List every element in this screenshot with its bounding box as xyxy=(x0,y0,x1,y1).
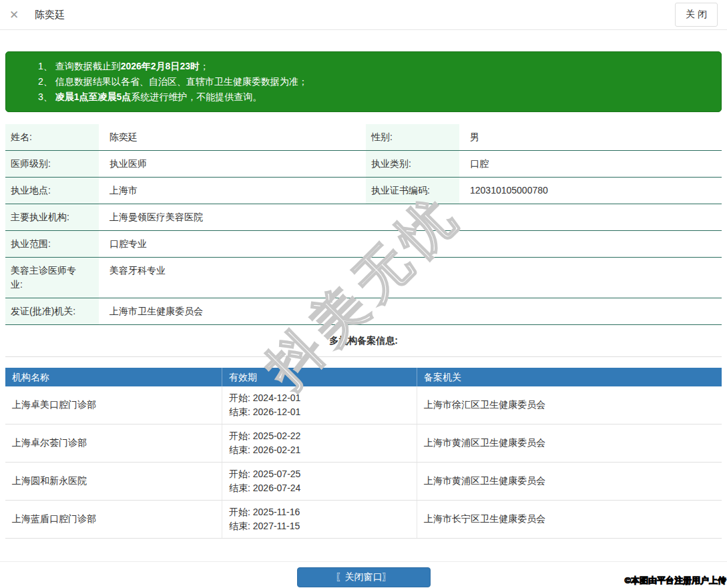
field-label-certificate-number: 执业证书编码: xyxy=(366,178,459,204)
notice-text: ； xyxy=(200,61,209,71)
table-row: 上海圆和新永医院 开始: 2025-07-25 结束: 2026-07-24 上… xyxy=(5,463,722,501)
notice-text: 3、 xyxy=(38,91,55,102)
record-validity-cell: 开始: 2024-12-01 结束: 2026-12-01 xyxy=(222,386,417,424)
notice-line: 1、 查询数据截止到2026年2月8日23时； xyxy=(38,59,710,74)
notice-box: 1、 查询数据截止到2026年2月8日23时； 2、 信息数据结果以各省、自治区… xyxy=(5,51,722,112)
field-value-main-institution: 上海曼领医疗美容医院 xyxy=(99,204,722,230)
validity-end: 结束: 2026-12-01 xyxy=(229,405,410,419)
column-header-validity: 有效期 xyxy=(222,368,417,386)
close-icon[interactable]: ✕ xyxy=(9,9,19,21)
validity-end: 结束: 2027-11-15 xyxy=(229,519,410,533)
main-content: 1、 查询数据截止到2026年2月8日23时； 2、 信息数据结果以各省、自治区… xyxy=(5,51,722,539)
field-value-cosmetic-specialty: 美容牙科专业 xyxy=(99,258,722,298)
validity-end: 结束: 2026-02-21 xyxy=(229,443,410,457)
table-row: 医师级别: 执业医师 执业类别: 口腔 xyxy=(5,151,722,178)
record-validity-cell: 开始: 2025-02-22 结束: 2026-02-21 xyxy=(222,424,417,462)
table-row: 美容主诊医师专业: 美容牙科专业 xyxy=(5,258,722,298)
field-value-certificate-number: 120310105000780 xyxy=(459,178,722,204)
record-authority-cell: 上海市徐汇区卫生健康委员会 xyxy=(417,386,722,424)
field-label-issuing-authority: 发证(批准)机关: xyxy=(5,298,99,324)
notice-line: 3、 凌晨1点至凌晨5点系统进行维护，不能提供查询。 xyxy=(38,89,710,105)
footer: 〖关闭窗口〗 xyxy=(0,561,727,587)
notice-line: 2、 信息数据结果以各省、自治区、直辖市卫生健康委数据为准； xyxy=(38,74,710,89)
table-row: 执业范围: 口腔专业 xyxy=(5,231,722,258)
record-authority-cell: 上海市黄浦区卫生健康委员会 xyxy=(417,463,722,500)
validity-start: 开始: 2025-02-22 xyxy=(229,429,410,443)
field-label-cosmetic-specialty: 美容主诊医师专业: xyxy=(5,258,99,298)
table-row: 执业地点: 上海市 执业证书编码: 120310105000780 xyxy=(5,178,722,204)
field-label-name: 姓名: xyxy=(5,124,99,150)
field-value-doctor-level: 执业医师 xyxy=(99,151,366,177)
validity-start: 开始: 2024-12-01 xyxy=(229,391,410,405)
field-value-issuing-authority: 上海市卫生健康委员会 xyxy=(99,298,722,324)
close-button[interactable]: 关 闭 xyxy=(675,3,718,27)
field-value-practice-location: 上海市 xyxy=(99,178,366,204)
table-row: 上海卓美口腔门诊部 开始: 2024-12-01 结束: 2026-12-01 … xyxy=(5,386,722,424)
field-label-practice-location: 执业地点: xyxy=(5,178,99,204)
column-header-authority: 备案机关 xyxy=(417,368,722,386)
field-value-name: 陈奕廷 xyxy=(99,124,366,150)
field-label-practice-category: 执业类别: xyxy=(366,151,459,177)
notice-bold-text: 2026年2月8日23时 xyxy=(121,61,200,71)
record-validity-cell: 开始: 2025-11-16 结束: 2027-11-15 xyxy=(222,501,417,538)
notice-text: 系统进行维护，不能提供查询。 xyxy=(131,91,262,102)
field-label-main-institution: 主要执业机构: xyxy=(5,204,99,230)
multi-institution-heading: 多机构备案信息: xyxy=(5,325,722,357)
validity-end: 结束: 2026-07-24 xyxy=(229,481,410,495)
field-label-doctor-level: 医师级别: xyxy=(5,151,99,177)
page-title: 陈奕廷 xyxy=(35,9,65,21)
notice-text: 1、 查询数据截止到 xyxy=(38,61,121,71)
record-org-cell: 上海圆和新永医院 xyxy=(5,463,222,500)
record-org-cell: 上海蓝盾口腔门诊部 xyxy=(5,501,222,538)
record-org-cell: 上海卓美口腔门诊部 xyxy=(5,386,222,424)
field-value-practice-scope: 口腔专业 xyxy=(99,231,722,257)
field-value-practice-category: 口腔 xyxy=(459,151,722,177)
records-table: 机构名称 有效期 备案机关 上海卓美口腔门诊部 开始: 2024-12-01 结… xyxy=(5,368,722,539)
validity-start: 开始: 2025-11-16 xyxy=(229,505,410,519)
table-row: 上海卓尔荟门诊部 开始: 2025-02-22 结束: 2026-02-21 上… xyxy=(5,424,722,463)
table-row: 主要执业机构: 上海曼领医疗美容医院 xyxy=(5,204,722,231)
record-authority-cell: 上海市黄浦区卫生健康委员会 xyxy=(417,424,722,462)
titlebar: ✕ 陈奕廷 关 闭 xyxy=(0,0,727,30)
notice-bold-text: 凌晨1点至凌晨5点 xyxy=(55,91,132,102)
close-window-button[interactable]: 〖关闭窗口〗 xyxy=(297,567,431,587)
record-validity-cell: 开始: 2025-07-25 结束: 2026-07-24 xyxy=(222,463,417,500)
field-label-gender: 性别: xyxy=(366,124,459,150)
column-header-org: 机构名称 xyxy=(5,368,222,386)
notice-text: 2、 信息数据结果以各省、自治区、直辖市卫生健康委数据为准； xyxy=(38,76,308,87)
field-label-practice-scope: 执业范围: xyxy=(5,231,99,257)
table-row: 发证(批准)机关: 上海市卫生健康委员会 xyxy=(5,298,722,325)
table-row: 姓名: 陈奕廷 性别: 男 xyxy=(5,124,722,151)
practitioner-info-table: 姓名: 陈奕廷 性别: 男 医师级别: 执业医师 执业类别: 口腔 执业地点: … xyxy=(5,124,722,357)
record-org-cell: 上海卓尔荟门诊部 xyxy=(5,424,222,462)
field-value-gender: 男 xyxy=(459,124,722,150)
record-authority-cell: 上海市长宁区卫生健康委员会 xyxy=(417,501,722,538)
copyright-notice: ©本图由平台注册用户上传 xyxy=(624,575,726,587)
table-row: 上海蓝盾口腔门诊部 开始: 2025-11-16 结束: 2027-11-15 … xyxy=(5,501,722,539)
validity-start: 开始: 2025-07-25 xyxy=(229,467,410,481)
records-table-header: 机构名称 有效期 备案机关 xyxy=(5,368,722,386)
